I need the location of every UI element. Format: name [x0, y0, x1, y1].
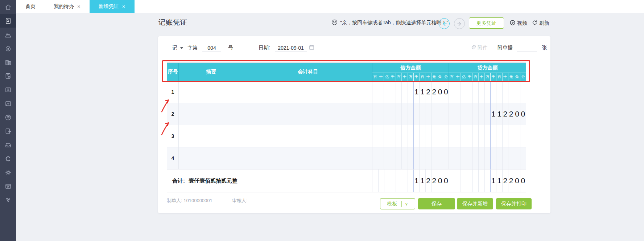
app-window: 首页我的待办×新增凭证× 记账凭证 "亲，按回车键或者Tab，能快速选择单元格哟…: [0, 0, 644, 241]
sidebar-item-doc-export[interactable]: [0, 124, 16, 138]
voucher-number-input[interactable]: [202, 44, 221, 52]
v-logo-icon: [4, 196, 12, 204]
close-icon[interactable]: ×: [77, 4, 80, 9]
total-label: 合计:: [172, 177, 185, 184]
next-voucher-button[interactable]: [454, 18, 465, 29]
amount-digit-cell: [472, 125, 478, 147]
credit-amount-cell[interactable]: 112200: [449, 103, 526, 125]
amount-digit-cell: [461, 169, 466, 192]
account-cell[interactable]: [244, 103, 372, 125]
table-row: 2112200: [167, 103, 526, 125]
sidebar-item-workbench[interactable]: [0, 97, 16, 110]
account-cell[interactable]: [244, 147, 372, 169]
refresh-link[interactable]: 刷新: [532, 20, 549, 26]
summary-cell[interactable]: [179, 147, 244, 169]
tab-新增凭证[interactable]: 新增凭证×: [90, 0, 135, 13]
amount-digit-cell: [419, 147, 425, 169]
amount-digit-cell: 2: [502, 169, 508, 192]
smiley-icon: [331, 19, 338, 26]
calendar-icon[interactable]: [309, 45, 314, 50]
sidebar-item-tax[interactable]: [0, 110, 16, 124]
tab-我的待办[interactable]: 我的待办×: [45, 0, 90, 13]
sidebar-item-cashier[interactable]: [0, 83, 16, 97]
amount-digit-cell: [437, 147, 443, 169]
total-credit-amount: 112200: [449, 169, 526, 192]
voucher-card: 记 字第 号 日期: 附件 附单据 张 序号 摘要: [158, 36, 550, 213]
sidebar-item-c-logo[interactable]: [0, 152, 16, 166]
summary-cell[interactable]: [179, 103, 244, 125]
credit-amount-cell[interactable]: [449, 81, 526, 103]
sidebar-item-moneybag[interactable]: [0, 41, 16, 55]
amount-digit-cell: [425, 125, 431, 147]
row-seq: 1: [167, 81, 179, 103]
save-and-print-button[interactable]: 保存并打印: [496, 198, 532, 209]
attached-docs-unit: 张: [542, 45, 547, 51]
amount-digit-cell: [496, 81, 502, 103]
digit-column-label: 十: [425, 73, 431, 81]
date-input[interactable]: [275, 44, 307, 52]
sidebar-item-chart[interactable]: [0, 28, 16, 41]
debit-amount-cell[interactable]: [372, 125, 449, 147]
attached-docs-input[interactable]: [517, 44, 537, 52]
account-cell[interactable]: [244, 81, 372, 103]
amount-digit-cell: [378, 169, 384, 192]
amount-digit-cell: [384, 125, 389, 147]
close-icon[interactable]: ×: [122, 4, 125, 9]
amount-digit-cell: [390, 169, 396, 192]
sidebar-item-report[interactable]: [0, 69, 16, 83]
account-cell[interactable]: [244, 125, 372, 147]
amount-digit-cell: [378, 125, 384, 147]
credit-amount-cell[interactable]: [449, 147, 526, 169]
attachment-link[interactable]: 附件: [471, 45, 488, 51]
template-button[interactable]: 模板∨: [380, 198, 415, 209]
voucher-icon: [4, 17, 12, 25]
previous-voucher-button[interactable]: [439, 18, 450, 29]
amount-digit-cell: 0: [514, 169, 520, 192]
tab-首页[interactable]: 首页: [16, 0, 45, 13]
sidebar-item-building[interactable]: [0, 55, 16, 69]
digit-column-label: 十: [378, 73, 384, 81]
amount-digit-cell: [396, 147, 401, 169]
summary-cell[interactable]: [179, 125, 244, 147]
debit-amount-cell[interactable]: [372, 103, 449, 125]
amount-digit-cell: [490, 125, 496, 147]
amount-digit-cell: [449, 103, 454, 125]
building-icon: [4, 58, 12, 66]
sidebar-item-video[interactable]: [0, 179, 16, 193]
credit-amount-cell[interactable]: [449, 125, 526, 147]
digit-column-label: 百: [419, 73, 425, 81]
voucher-word-select[interactable]: 记: [172, 45, 183, 51]
tip-text: "亲，按回车键或者Tab，能快速选择单元格哟！": [340, 20, 449, 26]
save-button[interactable]: 保存: [418, 198, 455, 209]
amount-digit-cell: [455, 103, 461, 125]
more-vouchers-button[interactable]: 更多凭证: [469, 17, 504, 29]
amount-digit-cell: [384, 169, 390, 192]
video-link[interactable]: 视频: [510, 20, 527, 26]
amount-digit-cell: [455, 125, 461, 147]
amount-digit-cell: [378, 147, 384, 169]
amount-digit-cell: [508, 147, 514, 169]
amount-digit-cell: 1: [413, 81, 419, 103]
amount-digit-cell: [467, 81, 472, 103]
amount-digit-cell: [484, 169, 490, 192]
debit-amount-cell[interactable]: 112200: [372, 81, 449, 103]
table-row: 3: [167, 125, 526, 147]
digit-column-label: 元: [431, 73, 437, 81]
digit-column-label: 角: [437, 73, 443, 81]
amount-digit-cell: [496, 125, 502, 147]
amount-digit-cell: [472, 169, 478, 192]
sidebar-item-inbox[interactable]: [0, 138, 16, 152]
amount-digit-cell: [490, 81, 496, 103]
sidebar-item-home[interactable]: [0, 0, 16, 14]
amount-digit-cell: 0: [437, 81, 443, 103]
amount-digit-cell: [408, 169, 413, 192]
amount-digit-cell: [402, 169, 408, 192]
amount-digit-cell: [484, 81, 490, 103]
sidebar-item-v-logo[interactable]: [0, 193, 16, 207]
sidebar-item-gear[interactable]: [0, 166, 16, 179]
save-and-new-button[interactable]: 保存并新增: [457, 198, 493, 209]
digit-column-label: 分: [443, 73, 449, 81]
sidebar-item-voucher[interactable]: [0, 14, 16, 28]
summary-cell[interactable]: [179, 81, 244, 103]
debit-amount-cell[interactable]: [372, 147, 449, 169]
